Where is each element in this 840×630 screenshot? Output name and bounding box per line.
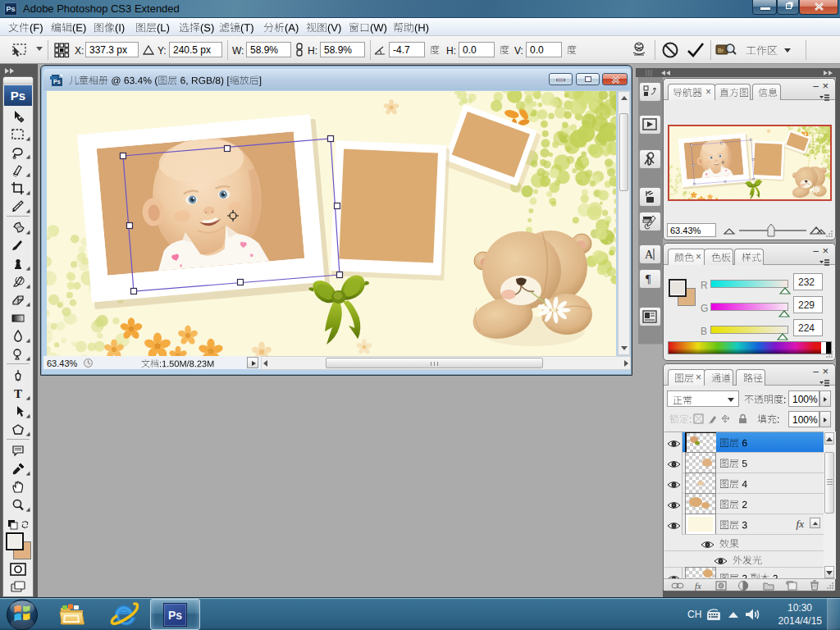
svg-text:fx: fx xyxy=(695,581,701,591)
svg-text:A: A xyxy=(645,249,654,261)
svg-text:Br: Br xyxy=(718,48,724,53)
svg-text:T: T xyxy=(14,387,22,400)
svg-text:¶: ¶ xyxy=(646,273,651,285)
svg-text:Ps: Ps xyxy=(53,79,61,84)
